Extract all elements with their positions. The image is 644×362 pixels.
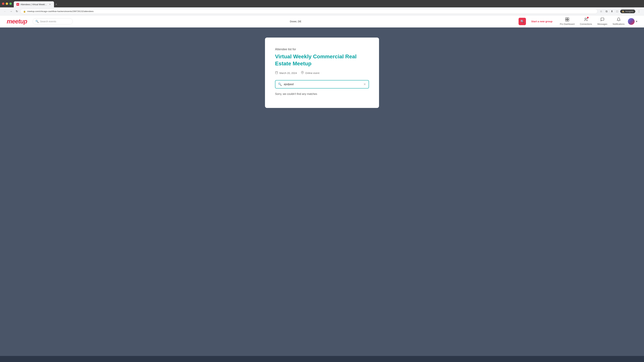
back-btn[interactable]: ← bbox=[3, 9, 8, 14]
attendee-search-clear-btn[interactable]: ✕ bbox=[364, 82, 366, 86]
event-date: March 20, 2024 bbox=[280, 71, 297, 74]
window-min-btn[interactable] bbox=[6, 2, 8, 5]
refresh-btn[interactable]: ↻ bbox=[15, 9, 19, 14]
search-submit-btn[interactable]: 🔍 bbox=[518, 18, 526, 25]
start-group-btn[interactable]: Start a new group bbox=[531, 20, 552, 23]
event-location-meta: Online event bbox=[301, 71, 319, 75]
content-card: Attendee list for Virtual Weekly Commerc… bbox=[265, 37, 379, 108]
browser-actions: ☆ ⧉ ⬇ □ 🕵 Incognito ⋮ bbox=[599, 9, 641, 14]
messages-label: Messages bbox=[598, 23, 607, 25]
meetup-logo[interactable]: meetup bbox=[7, 18, 27, 25]
bookmark-btn[interactable]: ☆ bbox=[599, 9, 603, 14]
address-bar[interactable]: 🔒 meetup.com/chicago-cashflow-hackers/ev… bbox=[20, 9, 598, 14]
header-nav: Pro Dashboard Connections Messages bbox=[558, 16, 637, 27]
browser-tab[interactable]: M Attendees | Virtual Weekly Com × bbox=[14, 1, 54, 7]
pro-dashboard-nav[interactable]: Pro Dashboard bbox=[558, 16, 576, 27]
attendee-search-box: 🔍 ✕ bbox=[275, 80, 369, 88]
event-date-meta: March 20, 2024 bbox=[275, 71, 297, 75]
browser-nav-bar: ← → ↻ 🔒 meetup.com/chicago-cashflow-hack… bbox=[0, 7, 644, 15]
incognito-badge: 🕵 Incognito bbox=[620, 9, 635, 13]
connections-icon bbox=[584, 17, 588, 22]
messages-icon bbox=[600, 17, 604, 22]
svg-rect-1 bbox=[567, 18, 569, 19]
notifications-icon bbox=[617, 17, 621, 22]
devices-btn[interactable]: □ bbox=[615, 9, 619, 14]
connections-badge bbox=[587, 17, 589, 18]
svg-rect-5 bbox=[276, 71, 278, 74]
menu-btn[interactable]: ⋮ bbox=[636, 9, 641, 14]
location-icon bbox=[301, 71, 304, 75]
attendee-search-icon: 🔍 bbox=[278, 82, 282, 86]
event-meta: March 20, 2024 Online event bbox=[275, 71, 369, 75]
svg-rect-3 bbox=[567, 19, 569, 21]
event-type: Online event bbox=[305, 71, 319, 74]
new-tab-btn[interactable]: + bbox=[54, 1, 58, 7]
dashboard-icon bbox=[565, 17, 569, 22]
calendar-icon bbox=[275, 71, 278, 75]
page-body: Attendee list for Virtual Weekly Commerc… bbox=[0, 27, 644, 356]
extensions-btn[interactable]: ⧉ bbox=[604, 9, 608, 14]
incognito-label: Incognito bbox=[626, 10, 634, 12]
notifications-nav[interactable]: Notifications bbox=[611, 16, 626, 27]
pro-dashboard-label: Pro Dashboard bbox=[560, 23, 574, 25]
attendee-list-label: Attendee list for bbox=[275, 48, 369, 51]
site-header: meetup 🔍 Search events Dover, DE 🔍 Start… bbox=[0, 15, 644, 27]
attendee-search-input[interactable] bbox=[284, 83, 362, 86]
footer-banner: Create your own Meetup group Get Started bbox=[0, 356, 644, 362]
connections-label: Connections bbox=[580, 23, 592, 25]
location-display[interactable]: Dover, DE bbox=[78, 20, 513, 23]
incognito-icon: 🕵 bbox=[622, 10, 624, 12]
download-btn[interactable]: ⬇ bbox=[610, 9, 614, 14]
notifications-label: Notifications bbox=[613, 23, 624, 25]
window-max-btn[interactable] bbox=[10, 2, 12, 5]
forward-btn[interactable]: → bbox=[9, 9, 14, 14]
connections-nav[interactable]: Connections bbox=[578, 16, 594, 27]
address-text: meetup.com/chicago-cashflow-hackers/even… bbox=[27, 10, 595, 12]
tab-title: Attendees | Virtual Weekly Com bbox=[20, 3, 47, 6]
no-results-message: Sorry, we couldn't find any matches bbox=[275, 92, 369, 95]
svg-point-4 bbox=[585, 18, 586, 19]
avatar-image bbox=[628, 18, 634, 25]
svg-rect-2 bbox=[566, 19, 567, 21]
tab-favicon: M bbox=[16, 3, 19, 6]
avatar-dropdown-btn[interactable]: ▾ bbox=[636, 20, 637, 23]
header-search-bar[interactable]: 🔍 Search events bbox=[32, 18, 73, 24]
svg-rect-0 bbox=[566, 18, 567, 19]
messages-nav[interactable]: Messages bbox=[595, 16, 609, 27]
window-close-btn[interactable] bbox=[2, 2, 4, 5]
tab-close-btn[interactable]: × bbox=[49, 3, 51, 6]
event-title: Virtual Weekly Commercial Real Estate Me… bbox=[275, 53, 369, 67]
svg-point-9 bbox=[302, 72, 303, 73]
search-icon: 🔍 bbox=[36, 20, 39, 23]
lock-icon: 🔒 bbox=[23, 10, 26, 12]
user-avatar[interactable] bbox=[628, 18, 634, 25]
search-placeholder: Search events bbox=[40, 20, 56, 23]
